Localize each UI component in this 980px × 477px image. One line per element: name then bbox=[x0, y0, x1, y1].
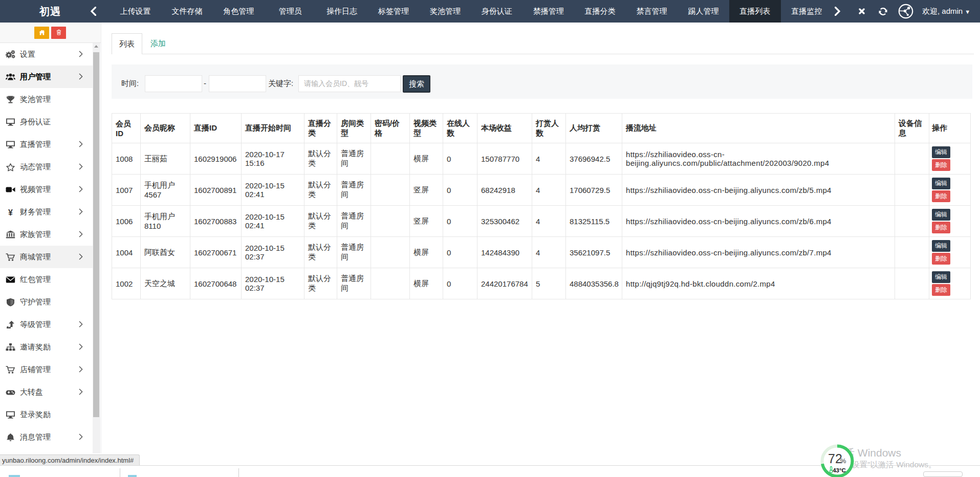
svg-text:¥: ¥ bbox=[8, 208, 13, 217]
svg-text:43°C: 43°C bbox=[833, 467, 846, 473]
svg-text:%: % bbox=[840, 457, 846, 465]
